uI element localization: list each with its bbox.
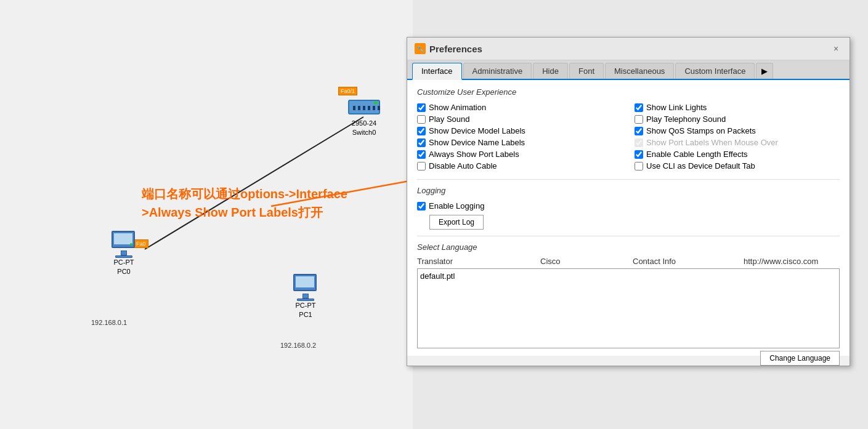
checkbox-always-show-port[interactable] [417,150,426,159]
section-customize-title: Customize User Experience [417,87,840,97]
pc0-ip: 192.168.0.1 [91,319,127,326]
pc1-device[interactable]: PC-PT PC1 [290,274,322,320]
checkbox-enable-logging[interactable] [417,202,426,210]
pc1-label: PC-PT PC1 [296,301,316,320]
checkbox-disable-auto-cable[interactable] [417,162,426,170]
checkbox-show-qos[interactable] [635,127,643,135]
dialog-content: Customize User Experience Show Animation… [407,80,850,356]
switch-port-label: Fa0/1 [338,87,357,95]
label-show-qos: Show QoS Stamps on Packets [646,126,756,135]
option-enable-logging: Enable Logging [417,200,840,212]
label-use-cli: Use CLI as Device Default Tab [646,161,755,170]
label-always-show-port: Always Show Port Labels [429,150,519,159]
option-play-telephony: Play Telephony Sound [635,113,840,125]
tab-miscellaneous[interactable]: Miscellaneous [605,63,674,79]
change-language-button[interactable]: Change Language [760,351,840,366]
label-show-link-lights: Show Link Lights [646,103,707,112]
checkbox-show-animation[interactable] [417,103,426,112]
svg-line-0 [145,117,363,249]
language-list[interactable]: default.ptl [417,268,840,348]
checkbox-play-telephony[interactable] [635,115,643,124]
label-show-animation: Show Animation [429,103,486,112]
lang-col-url: http://www.cisco.com [744,257,840,266]
label-show-device-name: Show Device Name Labels [429,138,525,147]
lang-col-translator: Translator [417,257,540,266]
svg-line-2 [271,174,413,206]
pc1-icon [290,274,322,301]
logging-section: Logging Enable Logging Export Log [417,179,840,230]
checkbox-play-sound[interactable] [417,115,426,124]
options-left-column: Show Animation Play Sound Show Device Mo… [417,102,622,172]
switch-icon-wrapper [348,95,380,119]
checkbox-show-device-model[interactable] [417,127,426,135]
language-section: Select Language Translator Cisco Contact… [417,236,840,348]
pc0-label: PC-PT PC0 [114,258,134,277]
section-logging-title: Logging [417,186,840,195]
option-play-sound: Play Sound [417,113,622,125]
options-grid: Show Animation Play Sound Show Device Mo… [417,102,840,172]
option-show-device-name: Show Device Name Labels [417,137,622,148]
dialog-close-button[interactable]: × [830,42,842,55]
option-show-qos: Show QoS Stamps on Packets [635,125,840,137]
options-right-column: Show Link Lights Play Telephony Sound Sh… [635,102,840,172]
tabs-bar: Interface Administrative Hide Font Misce… [407,60,850,80]
pc0-icon [108,231,140,258]
tab-administrative[interactable]: Administrative [463,63,532,79]
tab-interface[interactable]: Interface [412,63,462,80]
option-show-port-labels-mouse: Show Port Labels When Mouse Over [635,137,840,148]
checkbox-show-link-lights[interactable] [635,103,643,112]
option-enable-cable-length: Enable Cable Length Effects [635,148,840,160]
option-show-device-model: Show Device Model Labels [417,125,622,137]
label-play-telephony: Play Telephony Sound [646,114,726,124]
dialog-title-icon: 🔧 [415,43,426,54]
export-log-button[interactable]: Export Log [429,215,484,230]
language-header-row: Translator Cisco Contact Info http://www… [417,257,840,266]
label-show-device-model: Show Device Model Labels [429,126,525,135]
option-show-link-lights: Show Link Lights [635,102,840,113]
tab-font[interactable]: Font [569,63,604,79]
tab-custom-interface[interactable]: Custom Interface [675,63,755,79]
dialog-titlebar: 🔧 Preferences × [407,38,850,60]
pc0-device[interactable]: Fa0 PC-PT PC0 [108,231,140,277]
dialog-title-left: 🔧 Preferences [415,43,482,54]
checkbox-show-port-labels-mouse [635,138,643,147]
lang-col-contact: Contact Info [633,257,744,266]
annotation-text: 端口名称可以通过options->Interface >Always Show … [142,185,347,222]
option-show-animation: Show Animation [417,102,622,113]
label-show-port-labels-mouse: Show Port Labels When Mouse Over [646,138,778,147]
switch0-device[interactable]: Fa0/1 2950-24 Switch0 [348,95,380,138]
pc1-ip: 192.168.0.2 [280,342,316,349]
section-language-title: Select Language [417,243,840,252]
option-use-cli: Use CLI as Device Default Tab [635,160,840,172]
checkbox-enable-cable-length[interactable] [635,150,643,159]
preferences-dialog: 🔧 Preferences × Interface Administrative… [407,37,850,366]
label-enable-logging: Enable Logging [429,201,484,210]
lang-col-cisco: Cisco [540,257,633,266]
option-disable-auto-cable: Disable Auto Cable [417,160,622,172]
label-play-sound: Play Sound [429,114,470,124]
switch0-label: 2950-24 Switch0 [352,119,376,138]
cable-layer [0,0,413,429]
tab-more-button[interactable]: ▶ [756,63,773,79]
checkbox-use-cli[interactable] [635,162,643,170]
language-entry-default[interactable]: default.ptl [420,271,837,281]
network-canvas: Fa0/1 2950-24 Switch0 Fa0 [0,0,413,429]
label-disable-auto-cable: Disable Auto Cable [429,161,497,170]
checkbox-show-device-name[interactable] [417,138,426,147]
option-always-show-port: Always Show Port Labels [417,148,622,160]
tab-hide[interactable]: Hide [533,63,568,79]
label-enable-cable-length: Enable Cable Length Effects [646,150,748,159]
dialog-title-text: Preferences [429,44,482,54]
